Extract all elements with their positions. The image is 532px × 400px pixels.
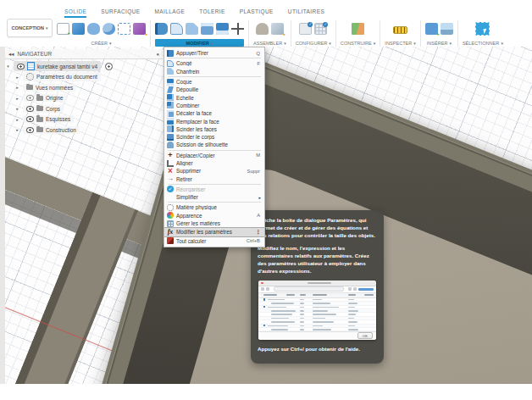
tab-tolerie[interactable]: TOLERIE [199,8,225,18]
menu-item-coque[interactable]: Coque [164,78,264,86]
menu-item-gerer-les-matieres[interactable]: Gérer les matières [164,219,264,227]
visibility-eye-icon[interactable] [26,127,34,133]
toolbar-group-label[interactable]: INSPECTER▾ [385,39,416,47]
move-icon[interactable] [231,23,244,35]
tooltip-paragraph-1: Affiche la boîte de dialogue Paramètres,… [258,217,377,240]
navigator-row-corps[interactable]: ▸ Corps [5,103,163,114]
menu-item-icon [167,94,174,101]
insert-mcmaster-icon[interactable]: + [425,23,438,35]
menu-item-icon [167,194,174,201]
tab-solide[interactable]: SOLIDE [64,8,86,18]
menu-item-remplacer-la-face[interactable]: Remplacer la face [164,117,264,125]
menu-item-echelle[interactable]: Echelle [164,93,264,101]
menu-item-apparence[interactable]: Apparence A [164,212,264,219]
menu-item-chanfrein[interactable]: Chanfrein [164,68,264,75]
shell-icon[interactable] [216,23,229,35]
panel-grip-icon[interactable]: ● [156,52,159,57]
expand-caret-icon[interactable]: ▸ [14,96,20,101]
menu-item-aligner[interactable]: Aligner [164,159,264,167]
extrude-box-icon[interactable] [72,23,85,35]
press-pull-icon[interactable] [155,23,168,35]
menu-item-tout-calculer[interactable]: Tout calculer Ctrl+B [164,237,264,245]
offset-face-icon[interactable] [201,23,213,35]
expand-caret-icon[interactable]: ▸ [14,117,20,122]
joint-icon[interactable] [256,23,269,35]
menu-item-shortcut: Ctrl+B [247,238,260,243]
toolbar-group-label[interactable]: MODIFIER▾ [155,39,244,47]
configuration-icon[interactable]: ✓ [299,23,312,35]
navigator-row-vues-nommees[interactable]: ▸ Vues nommées [5,82,163,93]
toolbar-group-creer: +● CRÉER▾ [53,20,151,47]
create-sketch-icon[interactable]: + [57,23,69,35]
navigator-row-parametres-du-document[interactable]: ▸ Paramètres du document [5,72,163,83]
visibility-eye-icon[interactable] [17,64,25,69]
insert-canvas-icon[interactable] [441,23,453,35]
select-icon[interactable] [475,22,490,36]
navigator-row-construction[interactable]: ▸ Construction [5,125,163,136]
menu-item-appuyer-tirer[interactable]: Appuyer/Tirer Q [164,49,264,57]
menu-item-icon: fx [167,229,174,236]
measure-icon[interactable] [393,26,407,34]
menu-item-matiere-physique[interactable]: Matière physique [164,203,264,211]
tab-utilitaires[interactable]: UTILITAIRES [288,8,324,18]
expand-caret-icon[interactable]: ▸ [14,85,20,90]
cylinder-icon[interactable] [103,23,115,35]
expand-caret-icon[interactable]: ▸ [14,75,20,80]
toolbar-group-label[interactable]: CONSTRUIRE▾ [341,39,376,47]
expand-caret-icon[interactable]: ▾ [5,64,11,69]
toolbar-group-label[interactable]: CONFIGURER▾ [296,39,331,47]
menu-item-icon [167,212,174,219]
toolbar-group-label[interactable]: ASSEMBLER▾ [253,39,286,47]
menu-item-decaler-la-face[interactable]: Décaler la face [164,109,264,117]
menu-item-scinder-les-faces[interactable]: Scinder les faces [164,125,264,133]
menu-item-supprimer[interactable]: × Supprimer Suppr [164,167,264,175]
tab-surfacique[interactable]: SURFACIQUE [101,8,140,18]
overflow-dots-icon[interactable]: ⋮ [256,230,262,235]
revolve-icon[interactable] [87,23,100,35]
visibility-eye-icon[interactable] [26,95,34,101]
toolbar-group-label[interactable]: INSÉRER▾ [425,39,453,47]
menu-item-depouille[interactable]: Dépouille [164,86,264,93]
visibility-eye-icon[interactable] [26,116,34,122]
chamfer-icon[interactable] [186,23,198,35]
menu-item-icon: × [167,168,174,175]
activate-radio-icon[interactable] [105,63,113,70]
parameters-tooltip: Affiche la boîte de dialogue Paramètres,… [251,210,384,364]
pattern-icon[interactable] [118,23,130,35]
menu-item-conge[interactable]: Congé F [164,59,264,67]
menu-item-deplacer-copier[interactable]: + Déplacer/Copier M [164,152,264,159]
navigator-row-esquisses[interactable]: ▸ Esquisses [5,114,163,125]
tab-plastique[interactable]: PLASTIQUE [240,8,274,18]
menu-item-icon [167,142,174,148]
navigator-row-document[interactable]: ▾ kuretake gansai tambi v4 [5,61,163,72]
tab-maillage[interactable]: MAILLAGE [155,8,186,18]
new-component-icon[interactable]: ● [271,23,284,35]
menu-item-shortcut: Q [256,51,260,56]
expand-caret-icon[interactable]: ▸ [14,106,20,111]
expand-caret-icon[interactable]: ▸ [14,127,20,132]
navigator-row-origine[interactable]: ▸ Origine [5,93,163,104]
create-form-icon[interactable]: ● [133,23,146,35]
visibility-eye-icon[interactable] [26,106,34,112]
menu-item-retirer[interactable]: → Retirer [164,175,264,182]
toolbar-group-label[interactable]: CRÉER▾ [57,39,146,47]
menu-item-icon: ✓ [167,186,174,192]
menu-item-scission-de-silhouette[interactable]: Scission de silhouette [164,141,264,148]
fillet-icon[interactable] [170,23,183,35]
icon-badge: ● [145,31,147,36]
menu-item-reorganiser: ✓ Réorganiser [164,186,264,193]
menu-separator [168,184,261,185]
navigator-title: NAVIGATEUR [17,51,52,57]
menu-item-combiner[interactable]: Combiner [164,102,264,109]
folder-icon [36,96,43,101]
menu-item-scinder-le-corps[interactable]: Scinder le corps [164,133,264,141]
menu-item-icon [167,60,174,67]
collapse-panel-icon[interactable]: ◂◂ [8,51,14,58]
toolbar-group-label[interactable]: SÉLECTIONNER▾ [463,39,503,47]
conception-dropdown[interactable]: CONCEPTION ▾ [7,19,53,37]
construction-plane-icon[interactable] [352,23,364,35]
menu-item-modifier-les-parametres[interactable]: fx Modifier les paramètres ⋮ [164,227,264,236]
menu-item-simplifier[interactable]: Simplifier ▸ [164,193,264,201]
gear-icon [26,73,34,81]
config-table-icon[interactable]: ✓ [314,23,327,35]
